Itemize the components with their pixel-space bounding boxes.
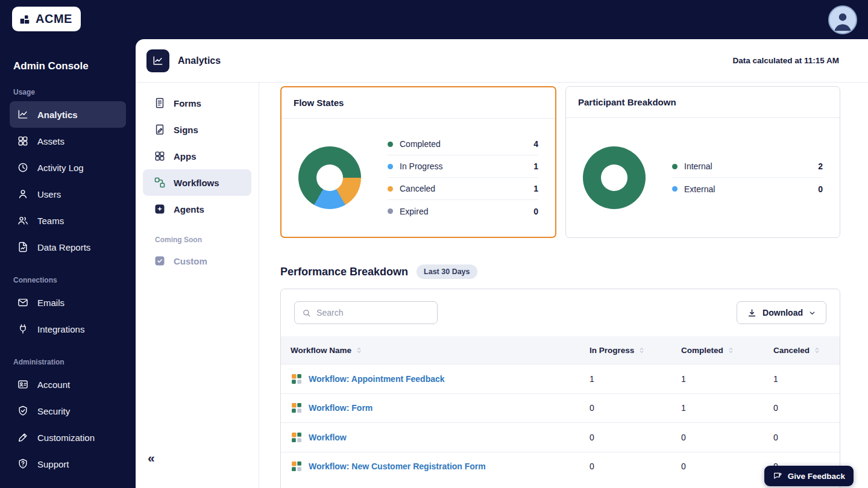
participant-donut <box>583 146 646 209</box>
completed-value: 0 <box>681 433 773 442</box>
workflow-link[interactable]: Workflow: New Customer Registration Form <box>309 461 486 471</box>
table-row: Workflow: Appointment Feedback 1 1 1 <box>281 364 840 393</box>
sidebar-item-analytics[interactable]: Analytics <box>10 101 126 128</box>
last-30-days-badge: Last 30 Days <box>417 264 477 279</box>
column-header-canceled[interactable]: Canceled <box>773 346 840 355</box>
collapse-subnav-button[interactable]: « <box>148 451 155 465</box>
subnav-item-custom: Custom <box>143 248 251 274</box>
flow-states-title: Flow States <box>281 87 555 119</box>
sidebar-item-data-reports[interactable]: Data Reports <box>10 234 126 260</box>
download-button[interactable]: Download <box>737 301 826 324</box>
subnav: Forms Signs Apps Workflows Agents Coming… <box>136 83 259 488</box>
workflow-link[interactable]: Workflow: Appointment Feedback <box>309 374 445 384</box>
coming-soon-label: Coming Soon <box>155 236 251 244</box>
sidebar-item-label: Customization <box>37 433 95 443</box>
external-dot <box>672 186 678 192</box>
sort-icon <box>813 346 821 354</box>
workflow-row-icon <box>291 431 303 443</box>
legend-item-completed: Completed 4 <box>388 133 538 155</box>
person-icon <box>829 7 856 33</box>
canceled-dot <box>388 186 393 192</box>
in-progress-value: 0 <box>590 461 681 471</box>
user-avatar[interactable] <box>828 5 857 34</box>
brush-icon <box>17 431 29 443</box>
workflow-row-icon <box>291 402 303 414</box>
table-header-row: Workflow Name In Progress Completed Canc… <box>281 336 840 364</box>
sidebar-item-label: Data Reports <box>37 242 90 252</box>
sidebar-item-activity-log[interactable]: Activity Log <box>10 154 126 181</box>
table-row: Workflow: Form 0 1 0 <box>281 393 840 423</box>
legend-label: Expired <box>400 207 428 216</box>
legend-item-in-progress: In Progress 1 <box>388 155 538 178</box>
legend-value: 1 <box>533 161 538 171</box>
subnav-item-signs[interactable]: Signs <box>143 116 251 143</box>
section-label-usage: Usage <box>13 88 126 96</box>
sidebar-title: Admin Console <box>13 60 126 72</box>
help-shield-icon <box>17 458 29 470</box>
completed-dot <box>388 142 393 147</box>
workflow-link[interactable]: Workflow: Form <box>309 403 373 413</box>
in-progress-dot <box>388 164 393 169</box>
legend-value: 0 <box>818 184 823 194</box>
legend-value: 4 <box>533 139 538 149</box>
plug-icon <box>17 323 29 335</box>
workflow-link[interactable]: Workflow <box>309 433 347 442</box>
subnav-item-agents[interactable]: Agents <box>143 196 251 222</box>
subnav-item-label: Agents <box>174 204 204 214</box>
legend-label: In Progress <box>400 161 443 171</box>
data-calculated-timestamp: Data calculated at 11:15 AM <box>732 56 839 65</box>
participant-breakdown-title: Participant Breakdown <box>566 87 840 118</box>
sidebar-item-account[interactable]: Account <box>10 371 126 398</box>
column-header-workflow-name[interactable]: Workflow Name <box>281 346 590 355</box>
workflow-row-icon <box>291 373 303 385</box>
search-input-wrapper <box>294 301 438 324</box>
assets-icon <box>17 135 29 147</box>
sidebar-item-users[interactable]: Users <box>10 181 126 207</box>
sidebar-item-customization[interactable]: Customization <box>10 424 126 451</box>
sidebar-item-teams[interactable]: Teams <box>10 207 126 234</box>
analytics-header-icon <box>146 49 169 72</box>
sidebar-item-label: Emails <box>37 298 64 308</box>
agents-icon <box>154 203 166 215</box>
shield-check-icon <box>17 405 29 417</box>
flow-states-donut <box>298 146 361 209</box>
give-feedback-button[interactable]: Give Feedback <box>764 466 854 486</box>
sidebar-item-emails[interactable]: Emails <box>10 289 126 316</box>
subnav-item-apps[interactable]: Apps <box>143 143 251 169</box>
subnav-item-label: Apps <box>174 151 197 161</box>
main-panel: Analytics Data calculated at 11:15 AM Fo… <box>136 39 868 488</box>
column-header-completed[interactable]: Completed <box>681 346 773 355</box>
subnav-item-label: Workflows <box>174 178 219 188</box>
canceled-value: 0 <box>773 433 840 442</box>
legend-label: Internal <box>684 161 712 171</box>
participant-legend: Internal 2 External 0 <box>672 155 823 200</box>
in-progress-value: 1 <box>590 374 681 384</box>
sidebar: Admin Console Usage Analytics Assets Act… <box>0 0 136 488</box>
sidebar-item-label: Teams <box>37 216 64 226</box>
table-row: Workflow 0 0 0 <box>281 422 840 452</box>
sidebar-item-integrations[interactable]: Integrations <box>10 316 126 342</box>
legend-value: 0 <box>533 207 538 216</box>
sidebar-item-label: Activity Log <box>37 163 84 173</box>
subnav-item-workflows[interactable]: Workflows <box>143 169 251 196</box>
feedback-icon <box>773 471 782 481</box>
performance-breakdown-title: Performance Breakdown <box>280 266 408 278</box>
id-card-icon <box>17 378 29 390</box>
sidebar-item-support[interactable]: Support <box>10 451 126 477</box>
search-input[interactable] <box>316 308 430 318</box>
sidebar-item-assets[interactable]: Assets <box>10 128 126 154</box>
workflows-icon <box>154 177 166 189</box>
subnav-item-forms[interactable]: Forms <box>143 90 251 116</box>
give-feedback-label: Give Feedback <box>788 472 845 481</box>
envelope-icon <box>17 296 29 308</box>
internal-dot <box>672 164 678 169</box>
column-header-in-progress[interactable]: In Progress <box>590 346 681 355</box>
table-footer <box>281 481 840 488</box>
flow-states-legend: Completed 4 In Progress 1 Canceled 1 <box>388 133 538 222</box>
legend-label: Completed <box>400 139 441 149</box>
sidebar-item-label: Account <box>37 380 70 390</box>
sidebar-item-security[interactable]: Security <box>10 398 126 424</box>
legend-value: 1 <box>533 184 538 193</box>
workflow-row-icon <box>291 460 303 472</box>
people-icon <box>17 214 29 227</box>
